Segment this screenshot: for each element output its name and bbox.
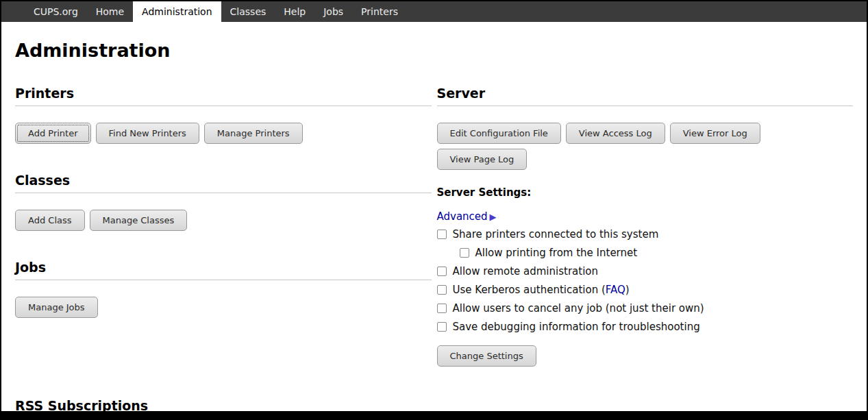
change-settings-row: Change Settings (437, 345, 854, 367)
manage-printers-button[interactable]: Manage Printers (204, 123, 303, 144)
server-button-row-2: View Page Log (437, 149, 854, 170)
advanced-link-label: Advanced (437, 210, 488, 223)
printers-button-row: Add Printer Find New Printers Manage Pri… (15, 123, 432, 144)
faq-link[interactable]: FAQ (606, 284, 625, 296)
nav-item-classes[interactable]: Classes (221, 1, 275, 22)
allow-internet-printing-checkbox[interactable] (460, 248, 469, 258)
main-content: Administration Printers Add Printer Find… (1, 22, 867, 411)
server-section: Server Edit Configuration File View Acce… (437, 86, 854, 367)
kerberos-auth-label-post: ) (625, 284, 630, 296)
allow-remote-admin-row: Allow remote administration (437, 265, 854, 277)
nav-item-help[interactable]: Help (275, 1, 314, 22)
view-access-log-button[interactable]: View Access Log (566, 123, 665, 144)
page-title: Administration (15, 40, 853, 61)
jobs-section-header: Jobs (15, 260, 432, 280)
classes-section-header: Classes (15, 173, 432, 193)
server-section-header: Server (437, 86, 854, 106)
change-settings-button[interactable]: Change Settings (437, 345, 536, 367)
printers-section-header: Printers (15, 86, 432, 106)
printers-section: Printers Add Printer Find New Printers M… (15, 86, 432, 144)
classes-heading: Classes (15, 173, 432, 188)
share-printers-label: Share printers connected to this system (453, 228, 659, 240)
advanced-link[interactable]: Advanced▶ (437, 210, 497, 223)
classes-section: Classes Add Class Manage Classes (15, 173, 432, 231)
server-settings-label: Server Settings: (437, 186, 854, 199)
jobs-section: Jobs Manage Jobs (15, 260, 432, 318)
right-column: Server Edit Configuration File View Acce… (437, 86, 854, 395)
allow-internet-printing-label: Allow printing from the Internet (475, 247, 638, 259)
two-column-layout: Printers Add Printer Find New Printers M… (15, 86, 853, 395)
printers-heading: Printers (15, 86, 432, 101)
share-printers-checkbox[interactable] (437, 230, 447, 239)
nav-item-home[interactable]: Home (87, 1, 133, 22)
nav-item-cups-org[interactable]: CUPS.org (25, 1, 87, 22)
cancel-any-job-checkbox[interactable] (437, 304, 447, 313)
add-printer-button[interactable]: Add Printer (15, 123, 91, 144)
nav-item-administration[interactable]: Administration (133, 1, 221, 22)
allow-remote-admin-label: Allow remote administration (453, 265, 599, 277)
server-button-row-1: Edit Configuration File View Access Log … (437, 123, 854, 144)
rss-heading: RSS Subscriptions (15, 398, 853, 411)
jobs-button-row: Manage Jobs (15, 297, 432, 318)
top-nav: CUPS.org Home Administration Classes Hel… (1, 1, 867, 22)
server-heading: Server (437, 86, 854, 101)
find-new-printers-button[interactable]: Find New Printers (96, 123, 199, 144)
share-printers-row: Share printers connected to this system (437, 228, 854, 240)
cancel-any-job-label: Allow users to cancel any job (not just … (453, 302, 704, 314)
nav-item-printers[interactable]: Printers (352, 1, 407, 22)
advanced-expand-arrow-icon: ▶ (490, 212, 497, 222)
edit-config-file-button[interactable]: Edit Configuration File (437, 123, 561, 144)
kerberos-auth-label: Use Kerberos authentication (FAQ) (453, 284, 630, 296)
debug-logging-row: Save debugging information for troublesh… (437, 321, 854, 333)
jobs-heading: Jobs (15, 260, 432, 275)
classes-button-row: Add Class Manage Classes (15, 210, 432, 231)
add-class-button[interactable]: Add Class (15, 210, 85, 231)
rss-section-header: RSS Subscriptions (15, 398, 853, 411)
allow-remote-admin-checkbox[interactable] (437, 267, 447, 276)
debug-logging-checkbox[interactable] (437, 322, 447, 332)
view-page-log-button[interactable]: View Page Log (437, 149, 528, 170)
debug-logging-label: Save debugging information for troublesh… (453, 321, 700, 333)
kerberos-auth-row: Use Kerberos authentication (FAQ) (437, 284, 854, 296)
rss-subscriptions-section: RSS Subscriptions Add RSS Subscription (15, 398, 853, 411)
kerberos-auth-label-pre: Use Kerberos authentication ( (453, 284, 606, 296)
view-error-log-button[interactable]: View Error Log (670, 123, 760, 144)
bottom-bar (1, 411, 867, 419)
manage-jobs-button[interactable]: Manage Jobs (15, 297, 98, 318)
nav-item-jobs[interactable]: Jobs (314, 1, 352, 22)
manage-classes-button[interactable]: Manage Classes (90, 210, 188, 231)
cancel-any-job-row: Allow users to cancel any job (not just … (437, 302, 854, 314)
left-column: Printers Add Printer Find New Printers M… (15, 86, 432, 395)
allow-internet-printing-row: Allow printing from the Internet (460, 247, 854, 259)
kerberos-auth-checkbox[interactable] (437, 285, 447, 295)
cups-window: CUPS.org Home Administration Classes Hel… (0, 0, 868, 420)
